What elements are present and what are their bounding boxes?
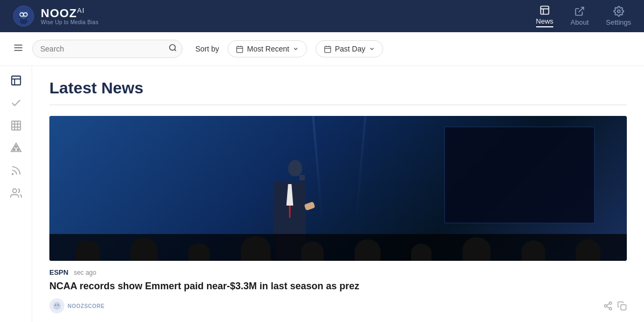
share-icon[interactable] — [603, 301, 613, 311]
sidebar — [0, 66, 32, 322]
svg-line-53 — [606, 304, 609, 305]
sidebar-news-icon[interactable] — [10, 75, 22, 86]
owl-score-icon — [53, 302, 61, 310]
chevron-down2-icon — [369, 46, 375, 52]
search-wrapper — [32, 40, 182, 58]
svg-point-43 — [12, 189, 16, 193]
sidebar-users-icon[interactable] — [10, 187, 22, 199]
svg-point-48 — [57, 305, 58, 306]
logo-area: NOOZAI Wise Up to Media Bias — [13, 5, 98, 27]
section-divider — [49, 105, 627, 105]
audience-row — [49, 234, 627, 261]
svg-point-49 — [609, 302, 612, 305]
sidebar-feed-icon[interactable] — [10, 165, 22, 177]
brand-tagline: Wise Up to Media Bias — [41, 19, 98, 25]
date-dropdown[interactable]: Past Day — [316, 40, 383, 57]
news-actions: NOOZSCORE — [49, 298, 627, 313]
svg-rect-26 — [325, 46, 331, 52]
news-article: ESPN sec ago NCAA records show Emmert pa… — [49, 116, 627, 313]
news-source: ESPN — [49, 268, 68, 276]
about-nav-icon — [574, 6, 585, 17]
search-button[interactable] — [169, 43, 177, 54]
svg-point-9 — [21, 13, 23, 14]
main-layout: Latest News — [0, 66, 644, 322]
svg-rect-22 — [237, 46, 243, 52]
svg-point-40 — [13, 149, 15, 151]
brand-name: NOOZAI — [41, 7, 98, 19]
svg-point-10 — [25, 13, 26, 14]
nav-links: News About Settings — [536, 5, 631, 27]
svg-point-50 — [604, 305, 607, 308]
svg-line-15 — [579, 8, 583, 12]
svg-rect-30 — [11, 76, 20, 85]
main-content: Latest News — [32, 66, 644, 322]
calendar2-icon — [324, 45, 332, 53]
svg-point-39 — [15, 145, 17, 148]
news-image-bg — [49, 116, 627, 261]
svg-point-47 — [55, 305, 56, 306]
svg-point-41 — [17, 149, 19, 151]
hamburger-icon — [13, 42, 24, 53]
sort-label: Sort by — [195, 45, 219, 53]
news-meta: ESPN sec ago — [49, 268, 627, 276]
nav-about[interactable]: About — [570, 6, 589, 26]
svg-point-20 — [170, 45, 175, 50]
svg-rect-33 — [11, 121, 20, 130]
svg-point-42 — [12, 174, 13, 175]
svg-point-7 — [20, 13, 23, 16]
nav-news[interactable]: News — [536, 5, 554, 27]
sort-dropdown[interactable]: Most Recent — [228, 40, 307, 57]
logo-text: NOOZAI Wise Up to Media Bias — [41, 7, 98, 25]
news-headline[interactable]: NCAA records show Emmert paid near-$3.3M… — [49, 280, 627, 293]
search-icon — [169, 43, 177, 52]
news-time: sec ago — [74, 269, 96, 276]
chevron-down-icon — [292, 46, 299, 52]
news-hero-image[interactable] — [49, 116, 627, 261]
owl-logo-icon — [13, 5, 34, 27]
sidebar-bias-icon[interactable] — [10, 142, 22, 154]
navbar: NOOZAI Wise Up to Media Bias News About — [0, 0, 644, 32]
svg-rect-54 — [621, 305, 626, 310]
copy-icon[interactable] — [617, 301, 627, 311]
page-title: Latest News — [49, 79, 627, 97]
noozscore-circle — [49, 298, 64, 313]
nav-settings[interactable]: Settings — [606, 6, 631, 26]
svg-point-16 — [617, 10, 620, 13]
svg-point-51 — [609, 308, 612, 310]
toolbar: Sort by Most Recent Past Day — [0, 32, 644, 66]
noozscore-badge[interactable]: NOOZSCORE — [49, 298, 105, 313]
sidebar-table-icon[interactable] — [10, 120, 22, 131]
svg-rect-12 — [540, 6, 548, 14]
svg-line-21 — [174, 49, 176, 51]
svg-point-44 — [53, 302, 61, 310]
settings-nav-icon — [613, 6, 624, 17]
hamburger-button[interactable] — [13, 42, 24, 55]
news-nav-icon — [539, 5, 550, 16]
svg-point-8 — [24, 13, 27, 16]
svg-line-52 — [606, 306, 609, 308]
search-input[interactable] — [32, 40, 182, 58]
calendar-icon — [236, 45, 244, 53]
sidebar-check-icon[interactable] — [10, 97, 22, 109]
noozscore-label: NOOZSCORE — [68, 303, 105, 309]
